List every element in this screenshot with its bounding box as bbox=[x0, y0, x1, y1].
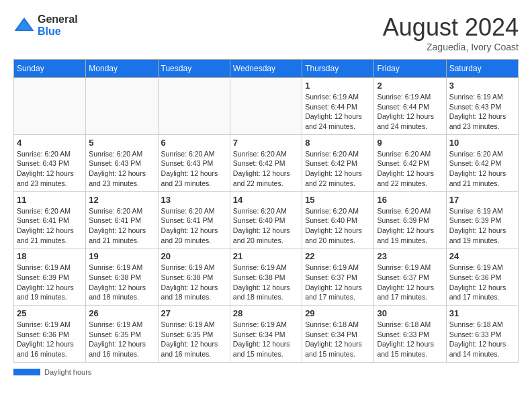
day-number: 11 bbox=[17, 195, 83, 205]
day-number: 26 bbox=[89, 308, 154, 318]
calendar-week-row: 18Sunrise: 6:19 AM Sunset: 6:39 PM Dayli… bbox=[14, 248, 519, 306]
table-row: 6Sunrise: 6:20 AM Sunset: 6:43 PM Daylig… bbox=[158, 134, 230, 191]
table-row: 26Sunrise: 6:19 AM Sunset: 6:35 PM Dayli… bbox=[86, 306, 158, 363]
day-number: 5 bbox=[89, 138, 154, 148]
table-row: 14Sunrise: 6:20 AM Sunset: 6:40 PM Dayli… bbox=[230, 191, 302, 248]
table-row: 31Sunrise: 6:18 AM Sunset: 6:33 PM Dayli… bbox=[446, 306, 518, 363]
table-row: 17Sunrise: 6:19 AM Sunset: 6:39 PM Dayli… bbox=[446, 191, 518, 248]
day-info: Sunrise: 6:19 AM Sunset: 6:38 PM Dayligh… bbox=[161, 263, 227, 302]
day-info: Sunrise: 6:20 AM Sunset: 6:43 PM Dayligh… bbox=[89, 149, 154, 189]
table-row bbox=[230, 78, 302, 135]
calendar-week-row: 4Sunrise: 6:20 AM Sunset: 6:43 PM Daylig… bbox=[14, 134, 519, 191]
title-block: August 2024 Zaguedia, Ivory Coast bbox=[383, 13, 519, 52]
logo: General Blue bbox=[13, 13, 78, 38]
calendar-table: SundayMondayTuesdayWednesdayThursdayFrid… bbox=[13, 59, 519, 363]
calendar-week-row: 11Sunrise: 6:20 AM Sunset: 6:41 PM Dayli… bbox=[14, 191, 519, 248]
day-number: 7 bbox=[233, 138, 299, 148]
weekday-header-monday: Monday bbox=[86, 60, 158, 78]
day-number: 31 bbox=[449, 308, 515, 318]
day-info: Sunrise: 6:19 AM Sunset: 6:37 PM Dayligh… bbox=[377, 263, 443, 302]
weekday-header-tuesday: Tuesday bbox=[158, 60, 230, 78]
day-number: 20 bbox=[161, 251, 227, 261]
day-info: Sunrise: 6:19 AM Sunset: 6:34 PM Dayligh… bbox=[233, 320, 299, 359]
day-number: 16 bbox=[377, 195, 443, 205]
table-row: 9Sunrise: 6:20 AM Sunset: 6:42 PM Daylig… bbox=[374, 134, 446, 191]
table-row: 7Sunrise: 6:20 AM Sunset: 6:42 PM Daylig… bbox=[230, 134, 302, 191]
day-info: Sunrise: 6:20 AM Sunset: 6:40 PM Dayligh… bbox=[233, 206, 299, 246]
day-info: Sunrise: 6:19 AM Sunset: 6:43 PM Dayligh… bbox=[449, 92, 515, 132]
table-row: 20Sunrise: 6:19 AM Sunset: 6:38 PM Dayli… bbox=[158, 248, 230, 306]
day-info: Sunrise: 6:19 AM Sunset: 6:36 PM Dayligh… bbox=[17, 320, 83, 359]
day-number: 13 bbox=[161, 195, 227, 205]
day-number: 19 bbox=[89, 251, 154, 261]
day-number: 1 bbox=[305, 81, 371, 91]
day-number: 18 bbox=[17, 251, 83, 261]
table-row: 30Sunrise: 6:18 AM Sunset: 6:33 PM Dayli… bbox=[374, 306, 446, 363]
day-number: 12 bbox=[89, 195, 154, 205]
weekday-header-friday: Friday bbox=[374, 60, 446, 78]
month-year-title: August 2024 bbox=[383, 13, 519, 42]
table-row: 21Sunrise: 6:19 AM Sunset: 6:38 PM Dayli… bbox=[230, 248, 302, 306]
table-row: 3Sunrise: 6:19 AM Sunset: 6:43 PM Daylig… bbox=[446, 78, 518, 135]
table-row: 25Sunrise: 6:19 AM Sunset: 6:36 PM Dayli… bbox=[14, 306, 86, 363]
weekday-header-wednesday: Wednesday bbox=[230, 60, 302, 78]
day-info: Sunrise: 6:20 AM Sunset: 6:43 PM Dayligh… bbox=[161, 149, 227, 189]
calendar-week-row: 25Sunrise: 6:19 AM Sunset: 6:36 PM Dayli… bbox=[14, 306, 519, 363]
logo-text: General Blue bbox=[38, 13, 78, 38]
table-row: 29Sunrise: 6:18 AM Sunset: 6:34 PM Dayli… bbox=[302, 306, 374, 363]
day-number: 3 bbox=[449, 81, 515, 91]
table-row bbox=[86, 78, 158, 135]
page-header: General Blue August 2024 Zaguedia, Ivory… bbox=[13, 13, 519, 52]
day-info: Sunrise: 6:18 AM Sunset: 6:33 PM Dayligh… bbox=[449, 320, 515, 359]
location-subtitle: Zaguedia, Ivory Coast bbox=[383, 42, 519, 52]
day-info: Sunrise: 6:20 AM Sunset: 6:43 PM Dayligh… bbox=[17, 149, 83, 189]
daylight-bar-icon bbox=[13, 369, 40, 375]
day-number: 28 bbox=[233, 308, 299, 318]
day-info: Sunrise: 6:20 AM Sunset: 6:39 PM Dayligh… bbox=[377, 206, 443, 246]
day-number: 21 bbox=[233, 251, 299, 261]
day-info: Sunrise: 6:19 AM Sunset: 6:44 PM Dayligh… bbox=[305, 92, 371, 132]
table-row: 28Sunrise: 6:19 AM Sunset: 6:34 PM Dayli… bbox=[230, 306, 302, 363]
weekday-header-row: SundayMondayTuesdayWednesdayThursdayFrid… bbox=[14, 60, 519, 78]
table-row: 4Sunrise: 6:20 AM Sunset: 6:43 PM Daylig… bbox=[14, 134, 86, 191]
day-number: 10 bbox=[449, 138, 515, 148]
weekday-header-saturday: Saturday bbox=[446, 60, 518, 78]
footer-note: Daylight hours bbox=[13, 368, 519, 376]
day-number: 27 bbox=[161, 308, 227, 318]
table-row: 27Sunrise: 6:19 AM Sunset: 6:35 PM Dayli… bbox=[158, 306, 230, 363]
day-info: Sunrise: 6:19 AM Sunset: 6:39 PM Dayligh… bbox=[449, 206, 515, 246]
day-info: Sunrise: 6:18 AM Sunset: 6:33 PM Dayligh… bbox=[377, 320, 443, 359]
day-number: 14 bbox=[233, 195, 299, 205]
day-info: Sunrise: 6:20 AM Sunset: 6:42 PM Dayligh… bbox=[449, 149, 515, 189]
day-number: 22 bbox=[305, 251, 371, 261]
day-info: Sunrise: 6:19 AM Sunset: 6:38 PM Dayligh… bbox=[233, 263, 299, 302]
table-row: 8Sunrise: 6:20 AM Sunset: 6:42 PM Daylig… bbox=[302, 134, 374, 191]
day-info: Sunrise: 6:19 AM Sunset: 6:36 PM Dayligh… bbox=[449, 263, 515, 302]
table-row: 11Sunrise: 6:20 AM Sunset: 6:41 PM Dayli… bbox=[14, 191, 86, 248]
table-row: 24Sunrise: 6:19 AM Sunset: 6:36 PM Dayli… bbox=[446, 248, 518, 306]
day-number: 4 bbox=[17, 138, 83, 148]
table-row: 13Sunrise: 6:20 AM Sunset: 6:41 PM Dayli… bbox=[158, 191, 230, 248]
day-info: Sunrise: 6:20 AM Sunset: 6:42 PM Dayligh… bbox=[233, 149, 299, 189]
day-info: Sunrise: 6:19 AM Sunset: 6:37 PM Dayligh… bbox=[305, 263, 371, 302]
day-info: Sunrise: 6:20 AM Sunset: 6:42 PM Dayligh… bbox=[377, 149, 443, 189]
day-info: Sunrise: 6:18 AM Sunset: 6:34 PM Dayligh… bbox=[305, 320, 371, 359]
generalblue-logo-icon bbox=[13, 15, 35, 36]
day-number: 6 bbox=[161, 138, 227, 148]
day-number: 17 bbox=[449, 195, 515, 205]
table-row bbox=[14, 78, 86, 135]
day-number: 23 bbox=[377, 251, 443, 261]
table-row: 12Sunrise: 6:20 AM Sunset: 6:41 PM Dayli… bbox=[86, 191, 158, 248]
day-info: Sunrise: 6:19 AM Sunset: 6:39 PM Dayligh… bbox=[17, 263, 83, 302]
table-row: 19Sunrise: 6:19 AM Sunset: 6:38 PM Dayli… bbox=[86, 248, 158, 306]
day-info: Sunrise: 6:19 AM Sunset: 6:38 PM Dayligh… bbox=[89, 263, 154, 302]
day-info: Sunrise: 6:20 AM Sunset: 6:40 PM Dayligh… bbox=[305, 206, 371, 246]
table-row: 2Sunrise: 6:19 AM Sunset: 6:44 PM Daylig… bbox=[374, 78, 446, 135]
day-number: 2 bbox=[377, 81, 443, 91]
day-number: 24 bbox=[449, 251, 515, 261]
day-info: Sunrise: 6:19 AM Sunset: 6:44 PM Dayligh… bbox=[377, 92, 443, 132]
day-info: Sunrise: 6:19 AM Sunset: 6:35 PM Dayligh… bbox=[89, 320, 154, 359]
table-row bbox=[158, 78, 230, 135]
table-row: 10Sunrise: 6:20 AM Sunset: 6:42 PM Dayli… bbox=[446, 134, 518, 191]
day-number: 9 bbox=[377, 138, 443, 148]
